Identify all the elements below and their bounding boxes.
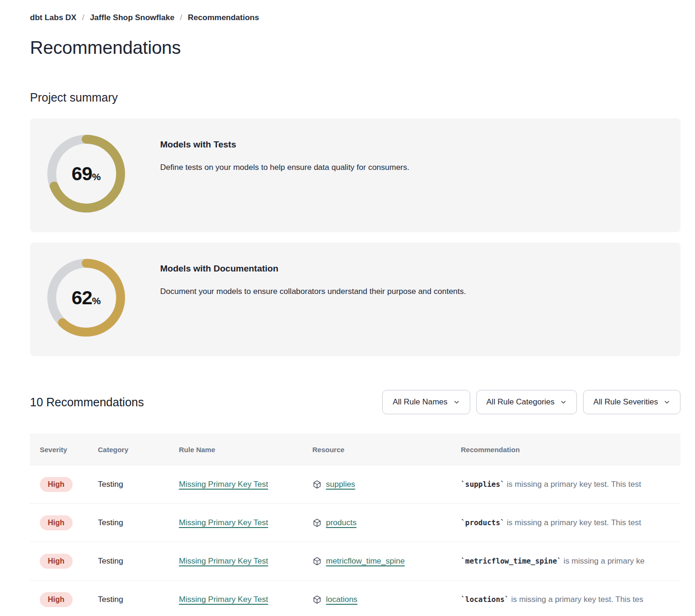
recommendation-code: `supplies` xyxy=(461,480,504,489)
column-header-severity: Severity xyxy=(40,446,98,454)
resource-cell: supplies xyxy=(312,480,461,489)
resource-link[interactable]: supplies xyxy=(326,480,355,489)
donut-percent-value: 69 xyxy=(72,163,92,185)
breadcrumb: dbt Labs DX / Jaffle Shop Snowflake / Re… xyxy=(30,13,680,22)
recommendation-cell: `locations` is missing a primary key tes… xyxy=(461,595,680,604)
page-title: Recommendations xyxy=(30,37,680,58)
table-row: High Testing Missing Primary Key Test pr… xyxy=(30,503,680,542)
severity-badge: High xyxy=(40,592,73,607)
recommendation-text: is missing a primary ke xyxy=(562,557,645,565)
donut-percent-sign: % xyxy=(92,295,101,307)
column-header-category: Category xyxy=(98,446,179,454)
package-icon xyxy=(312,518,322,528)
project-summary-heading: Project summary xyxy=(30,91,680,104)
rule-categories-filter-label: All Rule Categories xyxy=(487,397,555,407)
rule-severities-filter-label: All Rule Severities xyxy=(593,397,658,407)
rule-name-link[interactable]: Missing Primary Key Test xyxy=(179,595,268,604)
table-header-row: Severity Category Rule Name Resource Rec… xyxy=(30,434,680,465)
donut-percent-value: 62 xyxy=(72,287,92,309)
documentation-donut-chart: 62 % xyxy=(47,259,125,337)
rule-name-link[interactable]: Missing Primary Key Test xyxy=(179,518,268,527)
recommendation-text: is missing a primary key test. This tes xyxy=(509,595,643,604)
severity-badge: High xyxy=(40,477,73,492)
tests-donut-chart: 69 % xyxy=(47,135,125,213)
recommendations-table: Severity Category Rule Name Resource Rec… xyxy=(30,434,680,616)
donut-percent-sign: % xyxy=(92,171,101,183)
filters-group: All Rule Names All Rule Categories All R… xyxy=(382,390,680,414)
breadcrumb-link-dbt-labs-dx[interactable]: dbt Labs DX xyxy=(30,13,76,22)
recommendation-text: is missing a primary key test. This test xyxy=(504,480,641,489)
recommendation-cell: `products` is missing a primary key test… xyxy=(461,518,680,528)
rule-name-link[interactable]: Missing Primary Key Test xyxy=(179,557,268,565)
resource-link[interactable]: locations xyxy=(326,595,357,604)
chevron-down-icon xyxy=(453,399,460,405)
recommendation-code: `metricflow_time_spine` xyxy=(461,557,562,565)
column-header-resource: Resource xyxy=(312,446,461,454)
resource-cell: products xyxy=(312,518,461,528)
package-icon xyxy=(312,595,322,604)
chevron-down-icon xyxy=(560,399,567,405)
rule-categories-filter-dropdown[interactable]: All Rule Categories xyxy=(476,390,577,414)
rule-names-filter-label: All Rule Names xyxy=(392,397,447,407)
recommendation-text: is missing a primary key test. This test xyxy=(504,518,641,527)
donut-percent-label: 62 % xyxy=(47,259,125,337)
card-text-block: Models with Documentation Document your … xyxy=(160,259,466,296)
column-header-rule-name: Rule Name xyxy=(179,446,312,454)
summary-card-models-with-documentation: 62 % Models with Documentation Document … xyxy=(30,242,680,356)
breadcrumb-separator: / xyxy=(82,13,84,22)
recommendations-page: dbt Labs DX / Jaffle Shop Snowflake / Re… xyxy=(0,0,695,616)
column-header-recommendation: Recommendation xyxy=(461,446,680,454)
resource-link[interactable]: metricflow_time_spine xyxy=(326,557,405,566)
card-description: Document your models to ensure collabora… xyxy=(160,287,466,296)
card-title: Models with Documentation xyxy=(160,264,466,274)
card-title: Models with Tests xyxy=(160,139,409,150)
category-cell: Testing xyxy=(98,480,179,489)
package-icon xyxy=(312,557,322,566)
rule-severities-filter-dropdown[interactable]: All Rule Severities xyxy=(583,390,680,414)
category-cell: Testing xyxy=(98,518,179,528)
recommendations-header: 10 Recommendations All Rule Names All Ru… xyxy=(30,390,680,414)
breadcrumb-link-jaffle-shop-snowflake[interactable]: Jaffle Shop Snowflake xyxy=(90,13,174,22)
resource-cell: locations xyxy=(312,595,461,604)
card-description: Define tests on your models to help ensu… xyxy=(160,163,409,172)
breadcrumb-separator: / xyxy=(180,13,182,22)
category-cell: Testing xyxy=(98,557,179,566)
severity-badge: High xyxy=(40,554,73,569)
recommendation-code: `products` xyxy=(461,519,504,527)
severity-badge: High xyxy=(40,515,73,530)
resource-link[interactable]: products xyxy=(326,518,356,528)
table-row: High Testing Missing Primary Key Test su… xyxy=(30,465,680,503)
recommendation-cell: `metricflow_time_spine` is missing a pri… xyxy=(461,557,680,566)
resource-cell: metricflow_time_spine xyxy=(312,557,461,566)
donut-percent-label: 69 % xyxy=(47,135,125,213)
rule-name-link[interactable]: Missing Primary Key Test xyxy=(179,480,268,489)
breadcrumb-current-recommendations: Recommendations xyxy=(188,13,259,22)
recommendations-count-heading: 10 Recommendations xyxy=(30,396,144,409)
card-text-block: Models with Tests Define tests on your m… xyxy=(160,135,409,172)
rule-names-filter-dropdown[interactable]: All Rule Names xyxy=(382,390,470,414)
category-cell: Testing xyxy=(98,595,179,604)
chevron-down-icon xyxy=(664,399,670,405)
package-icon xyxy=(312,480,322,489)
recommendation-cell: `supplies` is missing a primary key test… xyxy=(461,480,680,489)
table-row: High Testing Missing Primary Key Test lo… xyxy=(30,580,680,616)
recommendation-code: `locations` xyxy=(461,595,509,604)
table-row: High Testing Missing Primary Key Test me… xyxy=(30,542,680,580)
summary-card-models-with-tests: 69 % Models with Tests Define tests on y… xyxy=(30,118,680,232)
